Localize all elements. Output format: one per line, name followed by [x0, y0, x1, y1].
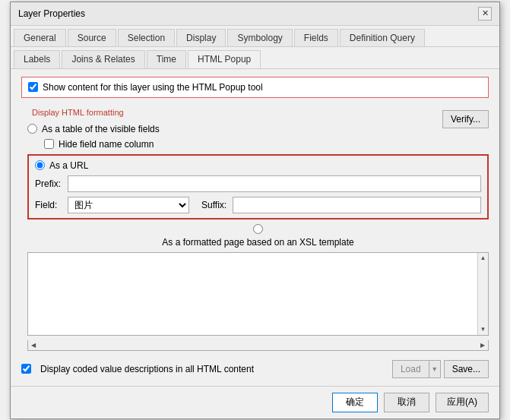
display-coded-checkbox[interactable] — [21, 364, 31, 374]
hide-field-row: Hide field name column — [44, 139, 489, 150]
dialog-footer: 确定 取消 应用(A) — [11, 386, 499, 418]
tab-html-popup[interactable]: HTML Popup — [188, 50, 261, 68]
url-section: As a URL Prefix: Field: 图片 Suffix: — [27, 154, 489, 219]
suffix-label: Suffix: — [201, 200, 226, 210]
tab-source[interactable]: Source — [68, 29, 116, 46]
tab-display[interactable]: Display — [176, 29, 226, 46]
cancel-button[interactable]: 取消 — [384, 393, 429, 412]
title-bar: Layer Properties ✕ — [11, 2, 499, 26]
field-suffix-row: Field: 图片 Suffix: — [35, 197, 481, 213]
tab-joins-relates[interactable]: Joins & Relates — [62, 50, 144, 68]
radio-table[interactable] — [27, 124, 37, 134]
scroll-up-arrow[interactable]: ▲ — [478, 253, 489, 264]
tabs-row1: General Source Selection Display Symbolo… — [11, 26, 499, 47]
scroll-left-arrow[interactable]: ◀ — [28, 339, 39, 350]
xsl-textarea-container: ▲ ▼ — [27, 252, 489, 336]
display-html-label: Display HTML formatting — [32, 108, 124, 117]
tab-fields[interactable]: Fields — [294, 29, 338, 46]
apply-button[interactable]: 应用(A) — [436, 393, 489, 412]
tab-definition-query[interactable]: Definition Query — [340, 29, 425, 46]
field-label: Field: — [35, 200, 62, 210]
options-section: As a table of the visible fields Hide fi… — [27, 124, 489, 351]
hide-field-label: Hide field name column — [59, 139, 154, 150]
scroll-down-arrow[interactable]: ▼ — [478, 324, 489, 335]
radio-xsl-label: As a formatted page based on an XSL temp… — [162, 237, 353, 248]
display-html-label-row: Display HTML formatting — [27, 107, 489, 118]
show-checkbox-row: Show content for this layer using the HT… — [21, 77, 489, 98]
tab-time[interactable]: Time — [147, 50, 186, 68]
prefix-row: Prefix: — [35, 175, 481, 192]
field-select[interactable]: 图片 — [68, 197, 189, 213]
scrollbar-vertical: ▲ ▼ — [477, 253, 488, 335]
verify-btn-area: Verify... — [442, 110, 489, 128]
dialog-title: Layer Properties — [18, 8, 85, 19]
tabs-row2: Labels Joins & Relates Time HTML Popup — [11, 47, 499, 69]
radio-url[interactable] — [35, 160, 45, 170]
hide-field-checkbox[interactable] — [44, 139, 54, 149]
layer-properties-dialog: Layer Properties ✕ General Source Select… — [10, 2, 500, 419]
load-dropdown-arrow[interactable]: ▼ — [429, 360, 441, 378]
radio-table-row: As a table of the visible fields — [27, 124, 489, 134]
tab-general[interactable]: General — [14, 29, 66, 46]
radio-xsl[interactable] — [253, 224, 263, 234]
show-checkbox[interactable] — [28, 82, 38, 92]
verify-button[interactable]: Verify... — [442, 110, 489, 128]
radio-xsl-row: As a formatted page based on an XSL temp… — [27, 224, 489, 248]
prefix-label: Prefix: — [35, 178, 62, 189]
show-checkbox-label: Show content for this layer using the HT… — [43, 82, 263, 93]
close-button[interactable]: ✕ — [478, 7, 492, 21]
confirm-button[interactable]: 确定 — [332, 393, 378, 412]
load-button[interactable]: Load — [392, 360, 429, 378]
scroll-right-arrow[interactable]: ▶ — [477, 339, 488, 350]
display-coded-label: Display coded value descriptions in all … — [40, 364, 254, 374]
content-area: Verify... Show content for this layer us… — [11, 69, 499, 386]
radio-table-label: As a table of the visible fields — [42, 124, 160, 134]
load-save-area: Load ▼ Save... — [392, 360, 489, 378]
scrollbar-horizontal: ◀ ▶ — [27, 340, 489, 351]
radio-url-row: As a URL — [35, 160, 481, 171]
save-button[interactable]: Save... — [444, 360, 489, 378]
suffix-input[interactable] — [233, 197, 481, 213]
tab-selection[interactable]: Selection — [118, 29, 175, 46]
bottom-row: Display coded value descriptions in all … — [21, 360, 489, 378]
tab-symbology[interactable]: Symbology — [227, 29, 292, 46]
xsl-textarea[interactable] — [28, 253, 477, 335]
prefix-input[interactable] — [68, 175, 481, 192]
radio-url-label: As a URL — [49, 160, 88, 171]
tab-labels[interactable]: Labels — [14, 50, 60, 68]
